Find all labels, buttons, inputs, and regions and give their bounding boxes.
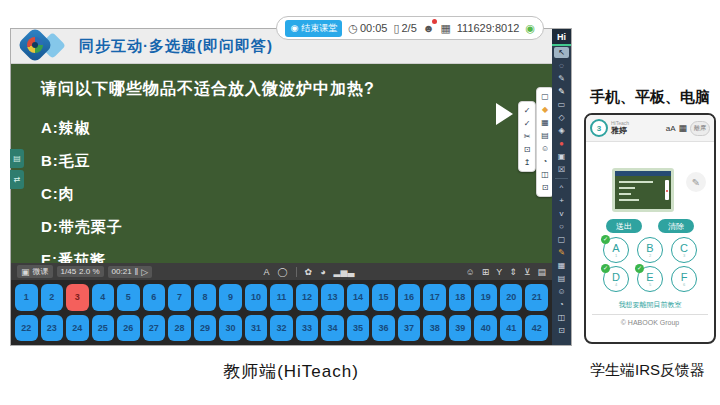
check-icon[interactable]: ✓ (521, 105, 533, 116)
seat-button[interactable]: 1 (15, 284, 38, 311)
seat-button[interactable]: 24 (66, 315, 89, 342)
copy-page-icon[interactable]: ▢ (539, 91, 551, 102)
seat-button[interactable]: 11 (270, 284, 293, 311)
seat-button[interactable]: 34 (321, 315, 344, 342)
highlighter-icon[interactable]: ✎ (554, 247, 569, 258)
bar-chart-icon[interactable]: ▂▅▃ (334, 267, 355, 277)
zoom-icon[interactable]: ○ (554, 221, 569, 232)
export-icon[interactable]: ↥ (521, 157, 533, 168)
option-button-d[interactable]: D4✓ (603, 266, 629, 292)
lock-icon[interactable]: ▣ (554, 151, 569, 162)
seat-button[interactable]: 19 (474, 284, 497, 311)
seat-button[interactable]: 7 (168, 284, 191, 311)
play-icon[interactable]: ▷ (141, 267, 148, 277)
seat-button[interactable]: 5 (117, 284, 140, 311)
double-check-icon[interactable]: ✓ (521, 118, 533, 129)
seat-button[interactable]: 12 (296, 284, 319, 311)
seat-button[interactable]: 15 (372, 284, 395, 311)
seat-button[interactable]: 27 (143, 315, 166, 342)
seat-button[interactable]: 26 (117, 315, 140, 342)
seat-button[interactable]: 18 (449, 284, 472, 311)
seat-button[interactable]: 14 (347, 284, 370, 311)
participants-icon[interactable]: ☺ (466, 267, 475, 277)
seat-button[interactable]: 6 (143, 284, 166, 311)
seat-button[interactable]: 36 (372, 315, 395, 342)
seat-button[interactable]: 4 (92, 284, 115, 311)
seat-button[interactable]: 41 (500, 315, 523, 342)
hiteach-badge[interactable]: Hi (552, 29, 571, 46)
laser-icon[interactable]: ● (554, 138, 569, 149)
switch-tab-icon[interactable]: ⇄ (10, 170, 24, 189)
seat-button[interactable]: 38 (423, 315, 446, 342)
seat-button[interactable]: 29 (194, 315, 217, 342)
seat-button[interactable]: 37 (398, 315, 421, 342)
sort-icon[interactable]: ⇕ (509, 267, 517, 277)
trash-icon[interactable]: ☒ (554, 164, 569, 175)
hierarchy-icon[interactable]: Y (496, 267, 502, 277)
submit-button[interactable]: 送出 (606, 219, 642, 233)
pages-tab-icon[interactable]: ▤ (10, 149, 24, 168)
leave-classroom-link[interactable]: 我想要離開目前教室 (586, 300, 714, 310)
seat-button[interactable]: 9 (219, 284, 242, 311)
panel-icon[interactable]: ▤ (537, 267, 546, 277)
seat-button[interactable]: 35 (347, 315, 370, 342)
seat-button[interactable]: 23 (41, 315, 64, 342)
pie-chart-icon[interactable]: ◕ (320, 267, 325, 277)
timer-icon[interactable]: ◔ (554, 299, 569, 310)
person-icon[interactable]: ☺ (539, 143, 551, 154)
scoreboard-icon[interactable]: ▤ (539, 130, 551, 141)
seat-button[interactable]: 13 (321, 284, 344, 311)
lasso-icon[interactable]: ◌ (554, 60, 569, 71)
cut-icon[interactable]: ✂ (521, 131, 533, 142)
qr-code-icon[interactable]: ▦ (440, 22, 450, 35)
task-clipboard-button[interactable]: ✎ (686, 172, 706, 192)
end-class-button[interactable]: ◉ 结束课堂 (285, 20, 342, 37)
page-up-icon[interactable]: ^ (554, 182, 569, 193)
seat-button[interactable]: 30 (219, 315, 242, 342)
seat-button[interactable]: 31 (245, 315, 268, 342)
font-size-button[interactable]: aA (666, 124, 676, 133)
timer-icon[interactable]: ◔ (539, 156, 551, 167)
scoreboard-icon[interactable]: ▤ (554, 273, 569, 284)
dice-icon[interactable]: ◆ (539, 104, 551, 115)
grid-icon[interactable]: ▦ (554, 260, 569, 271)
redo-icon[interactable]: ◯ (278, 267, 288, 277)
answer-display-icon[interactable]: A (263, 267, 269, 277)
seat-button[interactable]: 16 (398, 284, 421, 311)
play-pointer-icon[interactable] (496, 103, 513, 125)
seat-button[interactable]: 28 (168, 315, 191, 342)
frame-icon[interactable]: ⊡ (539, 182, 551, 193)
eraser-icon[interactable]: ▭ (554, 99, 569, 110)
seat-button[interactable]: 21 (525, 284, 548, 311)
option-button-a[interactable]: A1✓ (603, 237, 629, 263)
pause-icon[interactable]: ‖ (135, 267, 139, 277)
seat-button[interactable]: 42 (525, 315, 548, 342)
page-down-icon[interactable]: v (554, 208, 569, 219)
shapes-icon[interactable]: ◇ (554, 112, 569, 123)
seat-button[interactable]: 32 (270, 315, 293, 342)
pencil-icon[interactable]: ✎ (554, 73, 569, 84)
seat-button[interactable]: 33 (296, 315, 319, 342)
seat-button[interactable]: 17 (423, 284, 446, 311)
pen-icon[interactable]: ✎ (554, 86, 569, 97)
clear-button[interactable]: 清除 (658, 219, 694, 233)
copy-page-icon[interactable]: ▢ (554, 234, 569, 245)
calculator-icon[interactable]: ▦ (539, 117, 551, 128)
option-button-e[interactable]: E5✓ (637, 266, 663, 292)
person-icon[interactable]: ☺ (554, 286, 569, 297)
seat-button[interactable]: 39 (449, 315, 472, 342)
seat-button[interactable]: 40 (474, 315, 497, 342)
seat-button[interactable]: 3 (66, 284, 89, 311)
option-button-f[interactable]: F6 (671, 266, 697, 292)
fill-icon[interactable]: ◈ (554, 125, 569, 136)
seat-button[interactable]: 2 (41, 284, 64, 311)
record-pill[interactable]: ▣ 微课 (17, 265, 53, 278)
qr-scan-icon[interactable]: ▦ (678, 123, 687, 133)
image-icon[interactable]: ◫ (539, 169, 551, 180)
option-button-c[interactable]: C3 (671, 237, 697, 263)
seat-button[interactable]: 22 (15, 315, 38, 342)
seat-button[interactable]: 10 (245, 284, 268, 311)
members-button[interactable]: ☻ (423, 22, 435, 34)
image-icon[interactable]: ◫ (554, 312, 569, 323)
frame-icon[interactable]: ⊡ (554, 325, 569, 336)
